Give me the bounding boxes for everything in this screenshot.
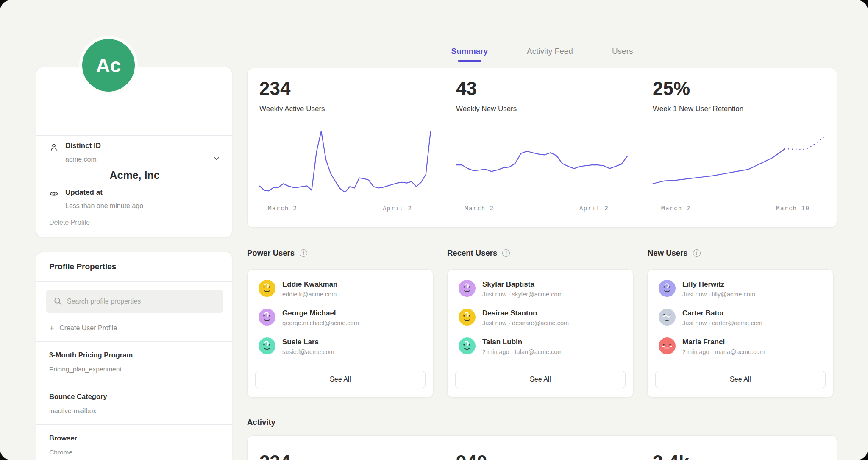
tab-summary-label: Summary	[451, 47, 488, 56]
user-avatar	[459, 280, 476, 297]
user-name: Maria Franci	[682, 338, 765, 346]
new-users-title: New Users	[648, 248, 688, 258]
activity-metric-value: 940	[456, 453, 487, 460]
divider	[36, 213, 233, 213]
user-avatar	[259, 337, 275, 354]
updated-at-value: Less than one minute ago	[65, 202, 143, 210]
user-subtext: eddie.k@acme.com	[282, 291, 337, 298]
tab-activity-feed[interactable]: Activity Feed	[527, 47, 573, 62]
person-icon	[49, 142, 58, 152]
info-icon[interactable]: i	[502, 249, 510, 257]
user-avatar	[659, 280, 676, 297]
user-text: Carter Bator Just now · carter@acme.com	[682, 309, 762, 329]
updated-at-row: Updated at Less than one minute ago	[36, 188, 233, 218]
see-all-button[interactable]: See All	[455, 371, 626, 388]
tab-summary[interactable]: Summary	[451, 47, 488, 62]
user-name: Susie Lars	[282, 338, 334, 346]
user-avatar	[259, 309, 275, 326]
user-subtext: george.michael@acme.com	[282, 320, 359, 326]
distinct-id-row: Distinct ID acme.com	[36, 142, 233, 180]
chevron-down-icon[interactable]	[212, 154, 221, 163]
info-icon[interactable]: i	[693, 249, 701, 257]
x-axis: March 2 April 2	[456, 205, 627, 213]
property-value: inactive-mailbox	[49, 407, 96, 415]
user-subtext: Just now · skyler@acme.com	[482, 291, 563, 298]
user-row[interactable]: Desirae Stanton Just now · desirare@acme…	[459, 309, 623, 329]
recent-users-card: Skylar Baptista Just now · skyler@acme.c…	[447, 269, 634, 398]
user-row[interactable]: Talan Lubin 2 min ago · talan@acme.com	[459, 337, 623, 358]
user-name: Desirae Stanton	[482, 309, 569, 318]
distinct-id-label: Distinct ID	[65, 142, 101, 150]
user-subtext: 2 min ago · talan@acme.com	[482, 348, 563, 355]
property-row-browser[interactable]: Browser Chrome	[36, 425, 233, 460]
metric-value: 25%	[653, 79, 690, 98]
power-users-card: Eddie Kwakman eddie.k@acme.com George Mi…	[247, 269, 434, 398]
user-row[interactable]: Skylar Baptista Just now · skyler@acme.c…	[459, 280, 623, 300]
company-avatar-initials: Ac	[96, 54, 121, 77]
see-all-button[interactable]: See All	[655, 371, 826, 388]
property-row-bounce-category[interactable]: Bounce Category inactive-mailbox	[36, 383, 233, 424]
summary-metrics-card: 234 Weekly Active Users March 2 April 2 …	[247, 68, 837, 228]
create-user-profile-label: Create User Profile	[59, 324, 117, 332]
info-icon[interactable]: i	[300, 249, 307, 257]
user-text: Desirae Stanton Just now · desirare@acme…	[482, 309, 569, 329]
property-row-pricing-program[interactable]: 3-Month Pricing Program Pricing_plan_exp…	[36, 342, 233, 383]
metric-weekly-active-users: 234 Weekly Active Users March 2 April 2	[248, 68, 444, 228]
user-row[interactable]: Lilly Herwitz Just now · lilly@acme.com	[659, 280, 823, 300]
user-name: Talan Lubin	[482, 338, 563, 346]
tab-users-label: Users	[612, 47, 633, 56]
see-all-button[interactable]: See All	[255, 371, 426, 388]
property-name: 3-Month Pricing Program	[49, 351, 133, 359]
activity-metric-value: 234	[259, 453, 290, 460]
user-avatar	[459, 309, 476, 326]
metric-value: 234	[259, 79, 290, 98]
recent-users-header: Recent Users i	[447, 248, 510, 258]
create-user-profile-button[interactable]: + Create User Profile	[49, 323, 117, 332]
user-subtext: Just now · carter@acme.com	[682, 320, 762, 326]
x-axis-tick: April 2	[579, 205, 609, 212]
company-profile-page: Ac Acme, Inc Distinct ID acme.com U	[0, 0, 868, 460]
user-subtext: 2 min ago · maria@acme.com	[682, 348, 765, 355]
user-subtext: Just now · desirare@acme.com	[482, 320, 569, 326]
x-axis-tick: March 2	[465, 205, 494, 212]
tab-users[interactable]: Users	[612, 47, 633, 62]
user-row[interactable]: Susie Lars susie.l@acme.com	[259, 337, 423, 358]
search-profile-properties-input[interactable]	[46, 290, 223, 313]
user-row[interactable]: Maria Franci 2 min ago · maria@acme.com	[659, 337, 823, 358]
updated-at-label: Updated at	[65, 188, 103, 197]
x-axis-tick: March 2	[268, 205, 298, 212]
active-tab-underline	[458, 60, 481, 62]
metric-week1-retention: 25% Week 1 New User Retention March 2 Ma…	[641, 68, 837, 228]
user-text: Maria Franci 2 min ago · maria@acme.com	[682, 337, 765, 358]
user-name: Eddie Kwakman	[282, 280, 337, 289]
user-row[interactable]: Eddie Kwakman eddie.k@acme.com	[259, 280, 423, 300]
user-text: Susie Lars susie.l@acme.com	[282, 337, 334, 358]
profile-properties-title: Profile Properties	[49, 262, 116, 271]
search-icon	[53, 297, 62, 306]
activity-card: 234 940 3.4k	[247, 435, 837, 460]
user-avatar	[659, 337, 676, 354]
divider	[36, 281, 233, 282]
power-users-title: Power Users	[247, 248, 295, 258]
week1-retention-chart	[653, 127, 824, 199]
profile-summary-card: Acme, Inc Distinct ID acme.com Updated a…	[36, 67, 232, 237]
user-text: Skylar Baptista Just now · skyler@acme.c…	[482, 280, 563, 300]
new-users-card: Lilly Herwitz Just now · lilly@acme.com …	[647, 269, 834, 398]
user-avatar	[659, 309, 676, 326]
plus-icon: +	[49, 323, 54, 332]
user-subtext: susie.l@acme.com	[282, 348, 334, 355]
user-row[interactable]: Carter Bator Just now · carter@acme.com	[659, 309, 823, 329]
new-users-header: New Users i	[648, 248, 701, 258]
delete-profile-button[interactable]: Delete Profile	[49, 219, 90, 226]
weekly-active-users-chart	[259, 127, 431, 199]
user-row[interactable]: George Michael george.michael@acme.com	[259, 309, 423, 329]
property-name: Browser	[49, 434, 77, 442]
metric-label: Weekly New Users	[456, 105, 517, 113]
recent-users-title: Recent Users	[447, 248, 497, 258]
user-text: George Michael george.michael@acme.com	[282, 309, 359, 329]
profile-properties-card: Profile Properties + Create User Profile…	[36, 252, 232, 460]
metric-label: Weekly Active Users	[259, 105, 325, 113]
tab-bar: Summary Activity Feed Users	[247, 47, 837, 62]
user-avatar	[459, 337, 476, 354]
distinct-id-value: acme.com	[65, 156, 97, 163]
